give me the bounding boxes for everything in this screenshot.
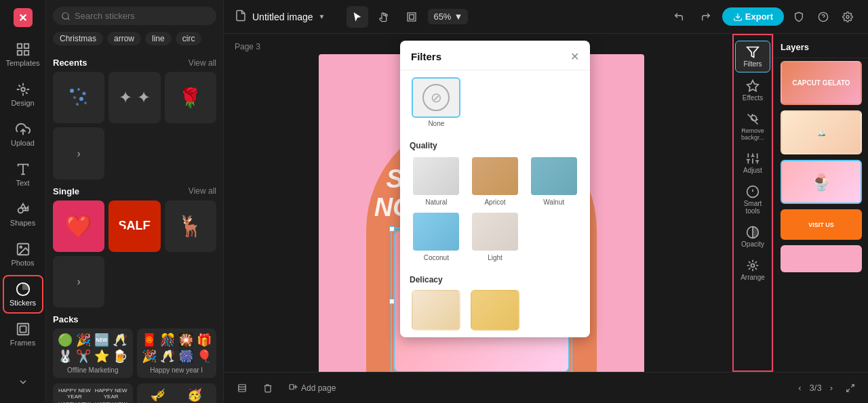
right-tool-effects[interactable]: Effects bbox=[735, 75, 770, 106]
undo-btn[interactable] bbox=[668, 6, 690, 28]
tag-christmas[interactable]: Christmas bbox=[53, 32, 103, 45]
svg-point-22 bbox=[79, 97, 83, 101]
fullscreen-btn[interactable] bbox=[841, 379, 860, 398]
right-tool-arrange-label: Arrange bbox=[741, 274, 765, 281]
hand-tool-btn[interactable] bbox=[374, 6, 395, 28]
right-tool-adjust[interactable]: Adjust bbox=[735, 148, 770, 178]
redo-btn[interactable] bbox=[695, 6, 717, 28]
right-tool-remove-bg[interactable]: Remove backgr... bbox=[735, 108, 770, 145]
svg-point-46 bbox=[751, 264, 755, 268]
layout-btn[interactable] bbox=[232, 381, 252, 396]
prev-page-btn[interactable]: ‹ bbox=[795, 380, 804, 396]
next-page-btn[interactable]: › bbox=[827, 380, 835, 396]
export-icon bbox=[733, 12, 743, 22]
filters-icon bbox=[746, 45, 760, 59]
filter-natural-label: Natural bbox=[425, 198, 447, 206]
recents-title: Recents bbox=[53, 58, 87, 68]
right-tool-arrange[interactable]: Arrange bbox=[735, 255, 770, 285]
sidebar-item-stickers[interactable]: Stickers bbox=[3, 275, 43, 314]
main-area: Untitled image ▼ 65% ▼ bbox=[224, 0, 868, 403]
sidebar-item-shapes[interactable]: Shapes bbox=[3, 195, 43, 234]
single-view-all[interactable]: View all bbox=[189, 186, 216, 196]
help-btn[interactable] bbox=[814, 7, 833, 26]
upload-icon bbox=[16, 122, 31, 137]
search-bar[interactable] bbox=[53, 7, 216, 25]
export-button[interactable]: Export bbox=[722, 7, 784, 26]
pack-offline-name: Offline Marketing bbox=[57, 366, 129, 374]
pack-sticker-2: 🎉 bbox=[75, 333, 92, 347]
tag-circ[interactable]: circ bbox=[176, 32, 202, 45]
sidebar-item-photos[interactable]: Photos bbox=[3, 235, 43, 274]
single-header: Single View all bbox=[53, 186, 216, 196]
filter-coconut-label: Coconut bbox=[424, 254, 449, 261]
frame-tool-btn[interactable] bbox=[401, 6, 422, 28]
filter-walnut-label: Walnut bbox=[543, 198, 564, 206]
pack-offline-marketing[interactable]: 🟢 🎉 🆕 🥂 🐰 ✂️ ⭐ 🍺 Offline Marketing bbox=[53, 328, 133, 378]
sidebar-item-stickers-label: Stickers bbox=[9, 299, 36, 307]
sidebar-item-templates[interactable]: Templates bbox=[3, 35, 43, 74]
right-tool-opacity-label: Opacity bbox=[741, 240, 764, 248]
pack-happy-new-year[interactable]: 🧧 🎊 🎇 🎁 🎉 🥂 🎆 🎈 Happy new year I bbox=[137, 328, 217, 378]
sticker-cell-stars[interactable]: ✦ ✦ bbox=[108, 72, 160, 123]
select-tool-btn[interactable] bbox=[347, 6, 368, 28]
add-page-btn[interactable]: Add page bbox=[283, 381, 341, 396]
sticker-heart[interactable]: ❤️ bbox=[53, 200, 104, 252]
sticker-content: Recents View all ✦ ✦ 🌹 › bbox=[46, 51, 223, 403]
sidebar-item-more[interactable] bbox=[3, 370, 43, 396]
settings-btn[interactable] bbox=[838, 7, 857, 26]
left-sidebar: ✕ Templates Design Upload Text Shapes Ph… bbox=[0, 0, 46, 403]
sticker-next-btn[interactable]: › bbox=[53, 127, 104, 179]
filter-apricot-thumb bbox=[471, 156, 519, 196]
sidebar-item-upload-label: Upload bbox=[11, 139, 35, 147]
sticker-cell-flower[interactable]: 🌹 bbox=[165, 72, 216, 123]
delete-btn[interactable] bbox=[258, 381, 278, 396]
layer-item-2[interactable]: 🏔️ bbox=[781, 110, 862, 154]
layer-item-4[interactable]: VISIT US bbox=[781, 209, 862, 240]
filter-delicacy-2[interactable] bbox=[469, 290, 522, 331]
filter-none-item[interactable]: ⊘ None bbox=[410, 77, 463, 127]
sticker-single-next-btn[interactable]: › bbox=[53, 256, 104, 307]
right-tool-smart[interactable]: Smart tools bbox=[735, 181, 770, 219]
layer-item-3[interactable]: 🍨 bbox=[781, 160, 862, 204]
zoom-control[interactable]: 65% ▼ bbox=[428, 9, 468, 24]
filter-natural-item[interactable]: Natural bbox=[410, 156, 463, 206]
svg-line-54 bbox=[847, 389, 850, 391]
pack-sticker-6: ✂️ bbox=[75, 349, 92, 364]
filter-apricot-item[interactable]: Apricot bbox=[469, 156, 522, 206]
add-page-icon bbox=[289, 383, 298, 393]
filter-walnut-item[interactable]: Walnut bbox=[527, 156, 580, 206]
document-icon bbox=[235, 9, 247, 24]
sticker-reindeer[interactable]: 🦌 bbox=[165, 200, 216, 252]
search-input[interactable] bbox=[75, 11, 208, 21]
pack-party[interactable]: 🎺 🥳 🎂 🎈 bbox=[137, 383, 217, 403]
right-tool-filters[interactable]: Filters bbox=[735, 41, 770, 72]
svg-rect-25 bbox=[408, 13, 416, 21]
title-dropdown-icon[interactable]: ▼ bbox=[319, 13, 326, 20]
ny-text-1: HAPPY NEW YEAR bbox=[57, 387, 92, 400]
filters-close-btn[interactable]: ✕ bbox=[570, 50, 579, 63]
logo-area[interactable]: ✕ bbox=[11, 5, 35, 30]
shield-btn[interactable] bbox=[789, 7, 808, 26]
app-logo: ✕ bbox=[14, 8, 33, 27]
sidebar-item-shapes-label: Shapes bbox=[10, 219, 35, 227]
filter-delicacy-1[interactable] bbox=[410, 290, 463, 331]
sidebar-item-text[interactable]: Text bbox=[3, 155, 43, 194]
pack-sticker-5: 🐰 bbox=[57, 349, 74, 364]
document-title: Untitled image bbox=[252, 12, 313, 22]
recents-view-all[interactable]: View all bbox=[189, 58, 216, 68]
filter-coconut-item[interactable]: Coconut bbox=[410, 211, 463, 261]
delicacy-label: Delicacy bbox=[410, 275, 580, 284]
tag-line[interactable]: line bbox=[145, 32, 172, 45]
sidebar-item-design[interactable]: Design bbox=[3, 75, 43, 114]
sidebar-item-upload[interactable]: Upload bbox=[3, 115, 43, 154]
pack-ny-text[interactable]: HAPPY NEW YEAR HAPPY NEW YEAR HAPPY NEW … bbox=[53, 383, 133, 403]
tag-arrow[interactable]: arrow bbox=[107, 32, 141, 45]
layer-item-1[interactable]: CAPCUT GELATO bbox=[781, 61, 862, 105]
sidebar-item-frames[interactable]: Frames bbox=[3, 315, 43, 354]
sticker-sale[interactable]: SALE bbox=[108, 200, 160, 252]
filter-light-item[interactable]: Light bbox=[469, 211, 522, 261]
layer-item-5[interactable] bbox=[781, 245, 862, 272]
right-tool-opacity[interactable]: Opacity bbox=[735, 221, 770, 252]
sticker-cell-dots[interactable] bbox=[53, 72, 104, 123]
single-grid: ❤️ SALE 🦌 › bbox=[53, 200, 216, 308]
